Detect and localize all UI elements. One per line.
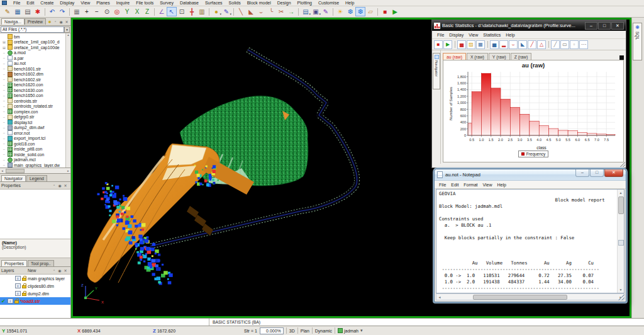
notepad-menu-item[interactable]: Help (495, 183, 509, 187)
layers-new-button[interactable]: New (28, 268, 36, 273)
file-tree-item[interactable]: − au.not (2, 61, 70, 67)
tree-expand-icon[interactable]: − (2, 88, 6, 92)
toolbar-icon[interactable]: ✎ (3, 7, 13, 16)
menu-item[interactable]: View (77, 1, 93, 5)
toolbar-icon[interactable]: ◎ (112, 7, 122, 16)
toolbar-icon[interactable]: ↶ (47, 7, 57, 16)
tree-expand-icon[interactable]: − (2, 163, 6, 167)
stats-toolbar-icon[interactable]: ▂ (499, 40, 508, 49)
stats-toolbar-icon[interactable]: ▅ (457, 40, 466, 49)
stats-toolbar-icon[interactable]: ▶ (443, 40, 452, 49)
menu-item[interactable]: Edit (23, 1, 37, 5)
stats-toolbar-icon[interactable]: △ (537, 40, 546, 49)
tree-expand-icon[interactable]: − (2, 158, 6, 162)
properties-tab[interactable]: Tool prop.. (28, 260, 54, 266)
menu-item[interactable]: Inquire (113, 1, 133, 5)
tab-preview[interactable]: Preview (25, 18, 46, 25)
file-tree-item[interactable]: − gold18.con (2, 141, 70, 147)
tree-expand-icon[interactable]: − (2, 126, 6, 130)
panel-button-icon[interactable]: ✱ (47, 20, 52, 24)
panel-button-icon[interactable]: ◉ (57, 183, 62, 188)
stats-toolbar-icon[interactable]: ▫ (570, 40, 579, 49)
toolbar-icon[interactable]: ▦ (72, 7, 82, 16)
stats-toolbar-icon[interactable]: ▭ (560, 40, 569, 49)
notepad-content[interactable]: GEOVIA Block model report Block Model: j… (436, 190, 617, 292)
file-tree-item[interactable]: − bench1620.con (2, 82, 70, 88)
menu-item[interactable]: Planes (93, 1, 113, 5)
stats-toolbar-icon[interactable]: ■ (434, 40, 443, 49)
toolbar-icon[interactable]: − (92, 7, 102, 16)
tree-scrollbar[interactable]: ▲ (65, 33, 70, 168)
stats-variable-tab[interactable]: Z (raw) (511, 53, 532, 60)
mode-3d-toggle[interactable]: 3D (289, 329, 295, 333)
file-tree-item[interactable]: − export_import.tcl (2, 136, 70, 142)
toolbar-icon[interactable] (331, 7, 335, 16)
panel-button-icon[interactable]: ✕ (63, 268, 68, 273)
toolbar-icon[interactable] (296, 7, 301, 16)
toolbar-icon[interactable]: ╋ (187, 7, 197, 16)
toolbar-icon[interactable] (152, 7, 157, 16)
notepad-menu-item[interactable]: View (480, 183, 495, 187)
stats-toolbar-icon[interactable] (453, 40, 457, 49)
resize-grip[interactable] (618, 294, 625, 300)
tree-expand-icon[interactable]: − (2, 105, 6, 108)
lock-icon[interactable] (22, 285, 26, 288)
tree-expand-icon[interactable]: − (2, 147, 6, 151)
file-tree-item[interactable]: ⊞ oreface_1mil_cap100_d (2, 40, 70, 45)
tree-expand-icon[interactable]: − (2, 62, 6, 65)
tree-expand-icon[interactable]: − (2, 77, 6, 81)
tree-expand-icon[interactable]: − (2, 67, 6, 71)
toolbar-icon[interactable]: ╰ (266, 7, 276, 16)
menu-item[interactable]: Solids (226, 1, 244, 5)
toolbar-icon[interactable]: ▶ (390, 7, 400, 16)
file-tree-item[interactable]: − inside_pit8.con (2, 147, 70, 152)
window-button[interactable]: ✕ (604, 169, 623, 177)
stats-toolbar-icon[interactable]: ⌣ (509, 40, 518, 49)
window-button[interactable]: □ (590, 169, 604, 177)
sidebar-tab[interactable]: Navigator (1, 175, 26, 181)
menu-item[interactable]: Help (342, 1, 357, 5)
layer-row[interactable]: ✔ ≡ main graphics layer (0, 275, 70, 282)
stats-menu-item[interactable]: Statistics (480, 33, 503, 37)
menu-item[interactable]: Customise (315, 1, 342, 5)
stats-variable-tab[interactable]: au (raw) (443, 53, 466, 60)
notepad-title-bar[interactable]: au.not - Notepad – □ ✕ (435, 169, 626, 181)
file-tree-item[interactable]: − centroids_rotated.str (2, 104, 70, 110)
menu-item[interactable]: Display (57, 1, 77, 5)
tree-expand-icon[interactable]: − (2, 110, 6, 113)
tree-expand-icon[interactable]: − (2, 142, 6, 145)
stats-variable-tab[interactable]: Y (raw) (489, 53, 510, 60)
chevron-down-icon[interactable]: ▾ (360, 328, 363, 333)
toolbar-icon[interactable] (43, 7, 47, 16)
stats-toolbar-icon[interactable] (486, 40, 489, 49)
tree-expand-icon[interactable]: − (2, 56, 6, 60)
toolbar-icon[interactable] (67, 7, 72, 16)
stats-toolbar-icon[interactable]: ▅ (490, 40, 499, 49)
file-tree-item[interactable]: − bench1602.str (2, 77, 70, 82)
toolbar-icon[interactable]: ■ (380, 7, 390, 16)
file-tree-item[interactable]: − defgrp0.str (2, 115, 70, 120)
sql-dock-tab[interactable]: ❋ SQL (633, 23, 642, 60)
tree-expand-icon[interactable]: − (2, 83, 6, 87)
notepad-menu-item[interactable]: File (436, 183, 448, 187)
file-tree-item[interactable]: − bench1601.str (2, 66, 70, 72)
toolbar-icon[interactable] (207, 7, 211, 16)
check-icon[interactable]: ✔ (1, 298, 6, 304)
file-tree-item[interactable]: − centroids.str (2, 98, 70, 104)
file-tree-item[interactable]: − complex.con (2, 109, 70, 115)
active-model-name[interactable]: jadmah (344, 329, 358, 333)
tree-expand-icon[interactable]: − (2, 152, 6, 156)
scroll-up-icon[interactable]: ▲ (618, 190, 624, 196)
toolbar-icon[interactable] (375, 7, 380, 16)
lock-icon[interactable] (22, 278, 26, 281)
menu-item[interactable]: File (10, 1, 23, 5)
toolbar-icon[interactable]: ▥ (197, 7, 207, 16)
menu-item[interactable]: Plotting (294, 1, 315, 5)
sidebar-tab[interactable]: Legend (26, 175, 47, 181)
notepad-text-area[interactable]: GEOVIA Block model report Block Model: j… (436, 189, 625, 293)
tree-expand-icon[interactable]: − (2, 120, 6, 124)
stats-menu-item[interactable]: Display (447, 33, 466, 37)
panel-button-icon[interactable]: ✕ (63, 183, 68, 188)
toolbar-icon[interactable]: ⊙ (102, 7, 112, 16)
tab-navigator-top[interactable]: Naviga... (1, 18, 25, 25)
